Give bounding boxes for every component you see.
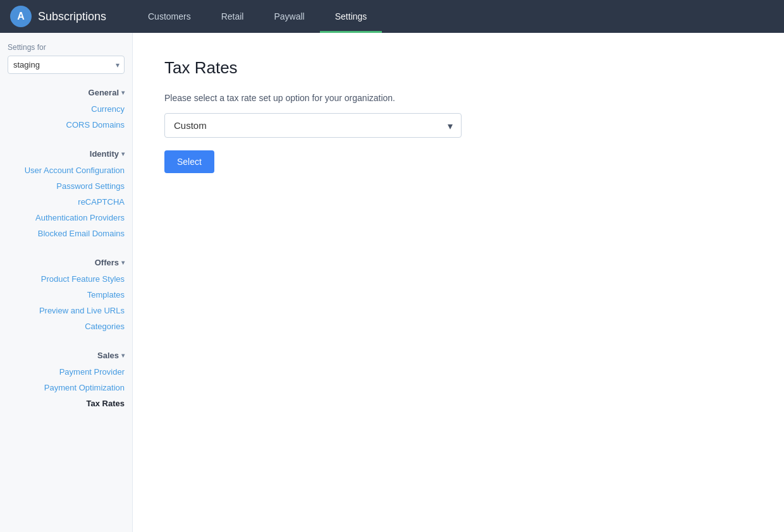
app-logo: A [10, 6, 32, 27]
sidebar-section-general: General ▾ Currency CORS Domains [0, 84, 132, 133]
sidebar-link-tax-rates[interactable]: Tax Rates [0, 396, 132, 411]
main-layout: Settings for staging General ▾ Currency … [0, 33, 784, 532]
general-arrow-icon: ▾ [121, 89, 125, 96]
select-button[interactable]: Select [164, 150, 214, 173]
sidebar: Settings for staging General ▾ Currency … [0, 33, 133, 532]
sidebar-link-cors[interactable]: CORS Domains [0, 117, 132, 133]
nav-customers[interactable]: Customers [133, 0, 206, 33]
sidebar-section-offers: Offers ▾ Product Feature Styles Template… [0, 254, 132, 334]
logo-area: A Subscriptions [0, 6, 133, 27]
subtitle-text: Please select a tax rate set up option f… [164, 93, 752, 103]
sidebar-link-product-feature[interactable]: Product Feature Styles [0, 271, 132, 287]
top-nav: A Subscriptions Customers Retail Paywall… [0, 0, 784, 33]
nav-settings[interactable]: Settings [320, 0, 383, 33]
nav-paywall[interactable]: Paywall [259, 0, 319, 33]
sidebar-link-auth-providers[interactable]: Authentication Providers [0, 210, 132, 226]
sidebar-link-currency[interactable]: Currency [0, 101, 132, 117]
app-title: Subscriptions [38, 10, 106, 23]
sidebar-header-offers[interactable]: Offers ▾ [0, 254, 132, 271]
tax-rate-select[interactable]: Custom Standard None [164, 113, 462, 138]
sidebar-link-categories[interactable]: Categories [0, 318, 132, 334]
sidebar-link-recaptcha[interactable]: reCAPTCHA [0, 194, 132, 210]
settings-for-label: Settings for [0, 43, 132, 56]
sidebar-header-identity[interactable]: Identity ▾ [0, 145, 132, 162]
identity-arrow-icon: ▾ [121, 150, 125, 157]
main-content: Tax Rates Please select a tax rate set u… [133, 33, 784, 532]
sidebar-link-templates[interactable]: Templates [0, 287, 132, 303]
page-title: Tax Rates [164, 58, 752, 78]
nav-retail[interactable]: Retail [206, 0, 259, 33]
sidebar-section-sales: Sales ▾ Payment Provider Payment Optimiz… [0, 347, 132, 411]
sidebar-header-general[interactable]: General ▾ [0, 84, 132, 101]
sidebar-section-identity: Identity ▾ User Account Configuration Pa… [0, 145, 132, 241]
env-selector[interactable]: staging [8, 56, 125, 74]
sales-arrow-icon: ▾ [121, 352, 125, 359]
offers-arrow-icon: ▾ [121, 259, 125, 266]
sidebar-link-blocked-email[interactable]: Blocked Email Domains [0, 226, 132, 241]
sidebar-link-payment-provider[interactable]: Payment Provider [0, 364, 132, 380]
sidebar-link-password[interactable]: Password Settings [0, 178, 132, 194]
sidebar-link-payment-optimization[interactable]: Payment Optimization [0, 380, 132, 396]
sidebar-link-user-account[interactable]: User Account Configuration [0, 162, 132, 178]
env-select[interactable]: staging [8, 56, 125, 74]
nav-links: Customers Retail Paywall Settings [133, 0, 382, 33]
tax-rate-select-wrapper[interactable]: Custom Standard None [164, 113, 462, 138]
sidebar-link-preview-urls[interactable]: Preview and Live URLs [0, 303, 132, 318]
sidebar-header-sales[interactable]: Sales ▾ [0, 347, 132, 364]
